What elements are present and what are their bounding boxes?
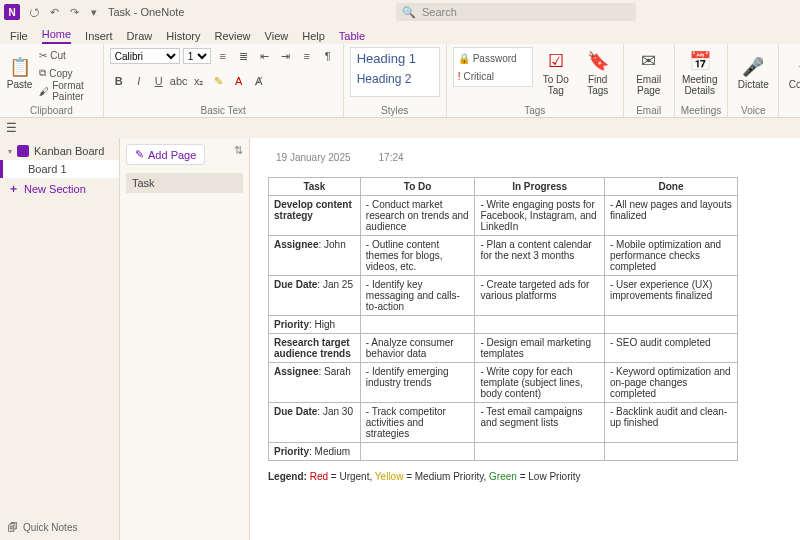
format-painter-button[interactable]: 🖌Format Painter <box>37 83 97 99</box>
paste-button[interactable]: 📋Paste <box>6 47 33 101</box>
outdent-icon[interactable]: ⇤ <box>256 47 274 65</box>
undo-icon[interactable]: ↶ <box>44 2 64 22</box>
notebook-item[interactable]: ▾Kanban Board <box>0 142 119 160</box>
tab-home[interactable]: Home <box>42 28 71 44</box>
email-page-button[interactable]: ✉Email Page <box>630 47 668 101</box>
table-cell[interactable]: - Identify key messaging and calls-to-ac… <box>360 276 475 316</box>
table-cell[interactable]: - Keyword optimization and on-page chang… <box>604 363 737 403</box>
table-cell[interactable]: - Backlink audit and clean-up finished <box>604 403 737 443</box>
style-heading2[interactable]: Heading 2 <box>351 69 439 89</box>
paragraph-icon[interactable]: ¶ <box>319 47 337 65</box>
new-section-button[interactable]: ＋New Section <box>0 178 119 199</box>
highlight-button[interactable]: ✎ <box>210 72 228 90</box>
table-cell[interactable] <box>604 443 737 461</box>
table-row[interactable]: Assignee: John- Outline content themes f… <box>269 236 738 276</box>
table-cell[interactable] <box>360 316 475 334</box>
tag-password[interactable]: 🔒Password <box>456 50 530 66</box>
copy-button[interactable]: ⧉Copy <box>37 65 97 81</box>
find-tags-icon: 🔖 <box>587 52 609 72</box>
table-row[interactable]: Due Date: Jan 25- Identify key messaging… <box>269 276 738 316</box>
search-placeholder: Search <box>422 6 457 18</box>
table-row[interactable]: Assignee: Sarah- Identify emerging indus… <box>269 363 738 403</box>
section-item[interactable]: Board 1 <box>0 160 119 178</box>
page-item[interactable]: Task <box>126 173 243 193</box>
table-cell[interactable]: - Test email campaigns and segment lists <box>475 403 605 443</box>
table-cell[interactable]: - Identify emerging industry trends <box>360 363 475 403</box>
font-size-select[interactable]: 11 <box>183 48 211 64</box>
table-row[interactable]: Priority: Medium <box>269 443 738 461</box>
table-cell[interactable]: Priority: Medium <box>269 443 361 461</box>
table-cell[interactable]: - Conduct market research on trends and … <box>360 196 475 236</box>
table-cell[interactable]: - Create targeted ads for various platfo… <box>475 276 605 316</box>
tab-table[interactable]: Table <box>339 30 365 44</box>
group-label-basictext: Basic Text <box>110 105 337 117</box>
table-cell[interactable]: Develop content strategy <box>269 196 361 236</box>
styles-gallery[interactable]: Heading 1 Heading 2 <box>350 47 440 97</box>
table-cell[interactable]: - Analyze consumer behavior data <box>360 334 475 363</box>
table-cell[interactable]: - Mobile optimization and performance ch… <box>604 236 737 276</box>
hamburger-icon[interactable]: ☰ <box>6 121 17 135</box>
sort-pages-button[interactable]: ⇅ <box>234 144 243 157</box>
dictate-button[interactable]: 🎤Dictate <box>734 47 772 101</box>
table-cell[interactable]: - Design email marketing templates <box>475 334 605 363</box>
meeting-details-button[interactable]: 📅Meeting Details <box>681 47 719 101</box>
table-cell[interactable]: - User experience (UX) improvements fina… <box>604 276 737 316</box>
quick-notes-button[interactable]: 🗐Quick Notes <box>0 519 119 536</box>
search-input[interactable]: 🔍 Search <box>396 3 636 21</box>
style-heading1[interactable]: Heading 1 <box>351 48 439 69</box>
save-icon[interactable]: ⭯ <box>24 2 44 22</box>
clear-format-button[interactable]: A̸ <box>250 72 268 90</box>
table-cell[interactable]: - Write copy for each template (subject … <box>475 363 605 403</box>
table-cell[interactable]: Due Date: Jan 25 <box>269 276 361 316</box>
todo-tag-button[interactable]: ☑To Do Tag <box>537 47 575 101</box>
tab-file[interactable]: File <box>10 30 28 44</box>
search-icon: 🔍 <box>402 6 416 19</box>
indent-icon[interactable]: ⇥ <box>277 47 295 65</box>
cut-button[interactable]: ✂Cut <box>37 47 97 63</box>
bold-button[interactable]: B <box>110 72 128 90</box>
table-cell[interactable]: Assignee: John <box>269 236 361 276</box>
italic-button[interactable]: I <box>130 72 148 90</box>
table-cell[interactable]: Priority: High <box>269 316 361 334</box>
table-cell[interactable] <box>475 443 605 461</box>
table-cell[interactable] <box>604 316 737 334</box>
bullets-icon[interactable]: ≡ <box>214 47 232 65</box>
tab-history[interactable]: History <box>166 30 200 44</box>
tab-review[interactable]: Review <box>215 30 251 44</box>
copilot-button[interactable]: ✦Copilot <box>785 47 800 101</box>
table-cell[interactable]: - All new pages and layouts finalized <box>604 196 737 236</box>
table-row[interactable]: Research target audience trends- Analyze… <box>269 334 738 363</box>
table-cell[interactable] <box>360 443 475 461</box>
table-cell[interactable]: - Write engaging posts for Facebook, Ins… <box>475 196 605 236</box>
font-color-button[interactable]: A <box>230 72 248 90</box>
page-canvas[interactable]: 19 January 2025 17:24 TaskTo DoIn Progre… <box>250 138 800 540</box>
table-cell[interactable]: Assignee: Sarah <box>269 363 361 403</box>
strike-button[interactable]: abc <box>170 72 188 90</box>
task-table[interactable]: TaskTo DoIn ProgressDoneDevelop content … <box>268 177 738 461</box>
subscript-button[interactable]: x₂ <box>190 72 208 90</box>
table-cell[interactable]: - Outline content themes for blogs, vide… <box>360 236 475 276</box>
add-page-button[interactable]: ✎Add Page <box>126 144 205 165</box>
font-name-select[interactable]: Calibri <box>110 48 180 64</box>
table-cell[interactable]: Research target audience trends <box>269 334 361 363</box>
find-tags-button[interactable]: 🔖Find Tags <box>579 47 617 101</box>
redo-icon[interactable]: ↷ <box>64 2 84 22</box>
table-cell[interactable]: - SEO audit completed <box>604 334 737 363</box>
table-cell[interactable] <box>475 316 605 334</box>
table-cell[interactable]: - Track competitor activities and strate… <box>360 403 475 443</box>
table-row[interactable]: Priority: High <box>269 316 738 334</box>
dropdown-icon[interactable]: ▾ <box>84 2 104 22</box>
tab-view[interactable]: View <box>265 30 289 44</box>
tag-critical[interactable]: !Critical <box>456 68 530 84</box>
page-date: 19 January 2025 <box>276 152 351 163</box>
tab-draw[interactable]: Draw <box>127 30 153 44</box>
numbering-icon[interactable]: ≣ <box>235 47 253 65</box>
align-icon[interactable]: ≡ <box>298 47 316 65</box>
table-cell[interactable]: - Plan a content calendar for the next 3… <box>475 236 605 276</box>
tab-help[interactable]: Help <box>302 30 325 44</box>
tab-insert[interactable]: Insert <box>85 30 113 44</box>
table-row[interactable]: Develop content strategy- Conduct market… <box>269 196 738 236</box>
underline-button[interactable]: U <box>150 72 168 90</box>
table-row[interactable]: Due Date: Jan 30- Track competitor activ… <box>269 403 738 443</box>
table-cell[interactable]: Due Date: Jan 30 <box>269 403 361 443</box>
